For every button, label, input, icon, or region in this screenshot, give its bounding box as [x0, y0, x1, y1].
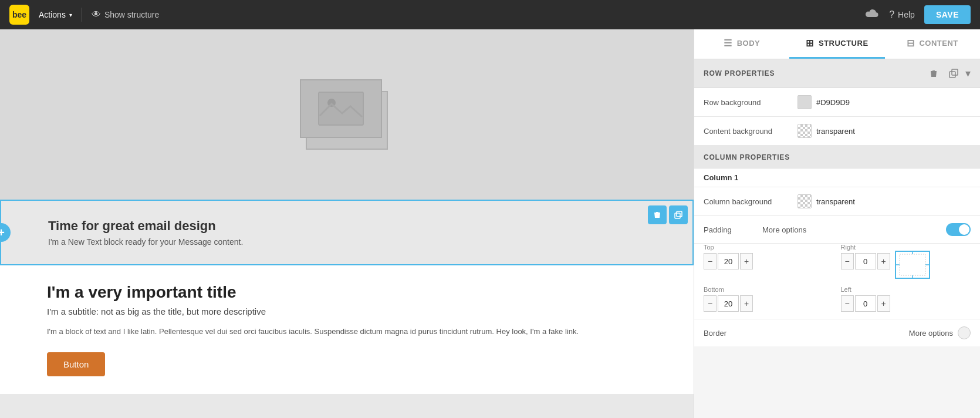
- svg-rect-6: [895, 251, 930, 278]
- padding-label: Padding: [704, 225, 762, 234]
- row-copy-button[interactable]: [945, 65, 962, 82]
- structure-tab-icon: ⊞: [806, 38, 814, 49]
- content-tab-icon: ⊟: [907, 38, 915, 49]
- padding-top-label: Top: [704, 244, 834, 251]
- image-placeholder: [300, 79, 394, 150]
- email-cta-button[interactable]: Button: [47, 352, 105, 376]
- content-background-swatch[interactable]: [797, 124, 812, 138]
- copy-block-button[interactable]: [669, 205, 688, 224]
- nav-separator: [82, 8, 82, 22]
- padding-right-spinner: − 0 +: [841, 253, 890, 269]
- padding-left-plus[interactable]: +: [877, 295, 890, 312]
- help-button[interactable]: ? Help: [889, 9, 915, 20]
- row-background-value: #D9D9D9: [797, 95, 971, 109]
- column-1-header: Column 1: [694, 168, 980, 187]
- right-panel: ☰ BODY ⊞ STRUCTURE ⊟ CONTENT ROW PROPERT…: [694, 29, 980, 418]
- padding-left-label: Left: [841, 286, 971, 293]
- block-actions: [648, 205, 688, 224]
- padding-top-plus[interactable]: +: [740, 253, 753, 269]
- question-icon: ?: [889, 9, 894, 20]
- svg-rect-3: [677, 211, 682, 217]
- row-background-swatch[interactable]: [797, 95, 812, 109]
- padding-left-value: 0: [855, 295, 876, 312]
- bee-logo: bee: [9, 5, 29, 25]
- tab-content[interactable]: ⊟ CONTENT: [885, 29, 980, 59]
- tab-structure[interactable]: ⊞ STRUCTURE: [789, 29, 884, 59]
- email-text-block[interactable]: + Time for great email design: [0, 200, 694, 265]
- padding-bottom-spinner: − 20 +: [704, 295, 834, 312]
- column-background-swatch[interactable]: [797, 194, 812, 208]
- delete-block-button[interactable]: [648, 205, 667, 224]
- placeholder-front: [300, 79, 382, 138]
- body-tab-icon: ☰: [724, 38, 732, 49]
- padding-values: Top − 20 + Right − 0: [694, 244, 980, 319]
- column-properties-header: COLUMN PROPERTIES: [694, 146, 980, 168]
- selected-text-subtitle: I'm a New Text block ready for your Mess…: [48, 237, 646, 247]
- padding-left-spinner: − 0 +: [841, 295, 971, 312]
- padding-right-minus[interactable]: −: [841, 253, 854, 269]
- content-background-value: transparent: [797, 124, 971, 138]
- eye-icon: 👁: [92, 9, 101, 20]
- padding-toggle[interactable]: [946, 223, 971, 236]
- content-background-label: Content background: [704, 127, 797, 136]
- add-row-button[interactable]: +: [0, 223, 11, 242]
- svg-rect-7: [900, 254, 925, 275]
- row-background-prop: Row background #D9D9D9: [694, 88, 980, 117]
- column-1-label: Column 1: [704, 173, 738, 182]
- border-prop: Border More options: [694, 319, 980, 346]
- email-canvas: + Time for great email design: [0, 29, 694, 418]
- content-background-prop: Content background transparent: [694, 117, 980, 146]
- column-background-label: Column background: [704, 197, 797, 206]
- padding-top-value: 20: [718, 253, 739, 269]
- svg-rect-5: [952, 69, 958, 75]
- column-background-value: transparent: [797, 194, 971, 208]
- row-expand-icon[interactable]: ▾: [965, 67, 971, 80]
- tab-body-label: BODY: [737, 39, 761, 48]
- email-content-block[interactable]: I'm a very important title I'm a subtitl…: [0, 265, 694, 394]
- email-image-block[interactable]: [0, 29, 694, 200]
- cloud-icon[interactable]: [863, 8, 880, 22]
- actions-menu[interactable]: Actions ▾: [39, 10, 72, 19]
- row-delete-button[interactable]: [925, 65, 942, 82]
- padding-top-spinner: − 20 +: [704, 253, 834, 269]
- svg-rect-2: [675, 213, 680, 218]
- canvas-area: + Time for great email design: [0, 29, 694, 418]
- main-layout: + Time for great email design: [0, 29, 980, 418]
- email-body-text: I'm a block of text and I like latin. Pe…: [47, 326, 647, 338]
- show-structure-toggle[interactable]: 👁 Show structure: [92, 9, 159, 20]
- padding-bottom-label: Bottom: [704, 286, 834, 293]
- padding-more-options: More options: [762, 225, 946, 234]
- help-label: Help: [898, 10, 915, 19]
- column-background-prop: Column background transparent: [694, 187, 980, 216]
- tab-body[interactable]: ☰ BODY: [694, 29, 789, 59]
- padding-left-group: Left − 0 +: [841, 286, 971, 312]
- svg-rect-0: [319, 92, 363, 125]
- border-toggle[interactable]: [958, 326, 971, 339]
- panel-tabs: ☰ BODY ⊞ STRUCTURE ⊟ CONTENT: [694, 29, 980, 59]
- row-background-label: Row background: [704, 98, 797, 107]
- row-properties-title: ROW PROPERTIES: [704, 69, 775, 77]
- email-title: I'm a very important title: [47, 283, 647, 302]
- padding-right-plus[interactable]: +: [877, 253, 890, 269]
- padding-bottom-plus[interactable]: +: [740, 295, 753, 312]
- padding-right-value: 0: [855, 253, 876, 269]
- top-navigation: bee Actions ▾ 👁 Show structure ? Help SA…: [0, 0, 980, 29]
- actions-chevron-icon: ▾: [69, 12, 72, 18]
- actions-label: Actions: [39, 10, 66, 19]
- email-content-subtitle: I'm a subtitle: not as big as the title,…: [47, 306, 647, 316]
- padding-right-group: Right − 0 +: [841, 244, 971, 281]
- selected-text-heading: Time for great email design: [48, 218, 646, 234]
- border-label: Border: [704, 329, 909, 338]
- tab-structure-label: STRUCTURE: [819, 39, 869, 48]
- svg-rect-4: [949, 72, 955, 77]
- save-button[interactable]: SAVE: [924, 5, 971, 24]
- row-properties-header: ROW PROPERTIES ▾: [694, 59, 980, 88]
- padding-bottom-group: Bottom − 20 +: [704, 286, 834, 312]
- padding-left-minus[interactable]: −: [841, 295, 854, 312]
- padding-top-minus[interactable]: −: [704, 253, 717, 269]
- padding-bottom-minus[interactable]: −: [704, 295, 717, 312]
- panel-content: ROW PROPERTIES ▾: [694, 59, 980, 418]
- border-more-options: More options: [909, 329, 953, 338]
- padding-right-label: Right: [841, 244, 890, 251]
- row-properties-actions: ▾: [925, 65, 971, 82]
